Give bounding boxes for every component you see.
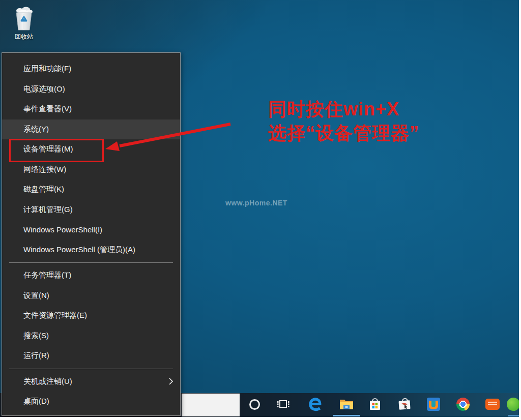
cortana-search-icon[interactable] (246, 393, 263, 415)
chevron-right-icon (168, 377, 173, 385)
menu-item-computer-management[interactable]: 计算机管理(G) (2, 200, 180, 220)
menu-item-file-explorer[interactable]: 文件资源管理器(E) (2, 306, 180, 326)
taskbar-search-input[interactable] (182, 394, 240, 416)
menu-separator (9, 262, 173, 263)
menu-item-network-connections[interactable]: 网络连接(W) (2, 160, 180, 180)
menu-separator (9, 369, 173, 369)
winx-context-menu: 应用和功能(F)电源选项(O)事件查看器(V)系统(Y)设备管理器(M)网络连接… (2, 52, 181, 416)
annotation-line2: 选择“设备管理器” (268, 121, 419, 145)
app-store-bag-icon[interactable] (396, 393, 413, 415)
file-explorer-active-underline (333, 415, 360, 416)
green-app-active-underline (508, 415, 519, 416)
recycle-bin[interactable]: 回收站 (8, 6, 40, 41)
menu-item-event-viewer[interactable]: 事件查看器(V) (2, 99, 180, 119)
menu-item-task-manager[interactable]: 任务管理器(T) (2, 265, 180, 286)
green-app-icon[interactable] (505, 393, 519, 415)
menu-item-power-options[interactable]: 电源选项(O) (2, 79, 180, 100)
file-explorer-icon[interactable] (338, 393, 355, 415)
desktop: 回收站 应用和功能(F)电源选项(O)事件查看器(V)系统(Y)设备管理器(M)… (0, 0, 519, 417)
blue-orange-app-icon[interactable] (425, 393, 442, 415)
menu-item-desktop[interactable]: 桌面(D) (2, 392, 180, 412)
menu-item-settings[interactable]: 设置(N) (2, 286, 180, 306)
recycle-bin-icon (13, 6, 35, 32)
menu-item-windows-powershell-admin[interactable]: Windows PowerShell (管理员)(A) (2, 240, 180, 260)
annotation-line1: 同时按住win+X (268, 97, 419, 121)
screenshot-frame: 回收站 应用和功能(F)电源选项(O)事件查看器(V)系统(Y)设备管理器(M)… (0, 0, 521, 420)
edge-browser-icon[interactable] (307, 393, 323, 415)
watermark: www.pHome.NET (225, 199, 287, 207)
recycle-bin-label: 回收站 (8, 33, 40, 41)
task-view-icon[interactable] (275, 393, 292, 415)
annotation-arrow (99, 118, 237, 154)
menu-item-search[interactable]: 搜索(S) (2, 326, 180, 346)
menu-item-disk-management[interactable]: 磁盘管理(K) (2, 179, 180, 200)
menu-item-windows-powershell[interactable]: Windows PowerShell(I) (2, 220, 180, 240)
annotation-text: 同时按住win+X 选择“设备管理器” (268, 97, 419, 145)
microsoft-store-icon[interactable] (367, 393, 383, 415)
orange-media-app-icon[interactable] (484, 393, 501, 415)
menu-item-run[interactable]: 运行(R) (2, 346, 180, 366)
chrome-browser-icon[interactable] (455, 393, 471, 415)
menu-item-shut-down-or-sign-out[interactable]: 关机或注销(U) (2, 372, 180, 392)
menu-item-apps-and-features[interactable]: 应用和功能(F) (2, 59, 180, 79)
